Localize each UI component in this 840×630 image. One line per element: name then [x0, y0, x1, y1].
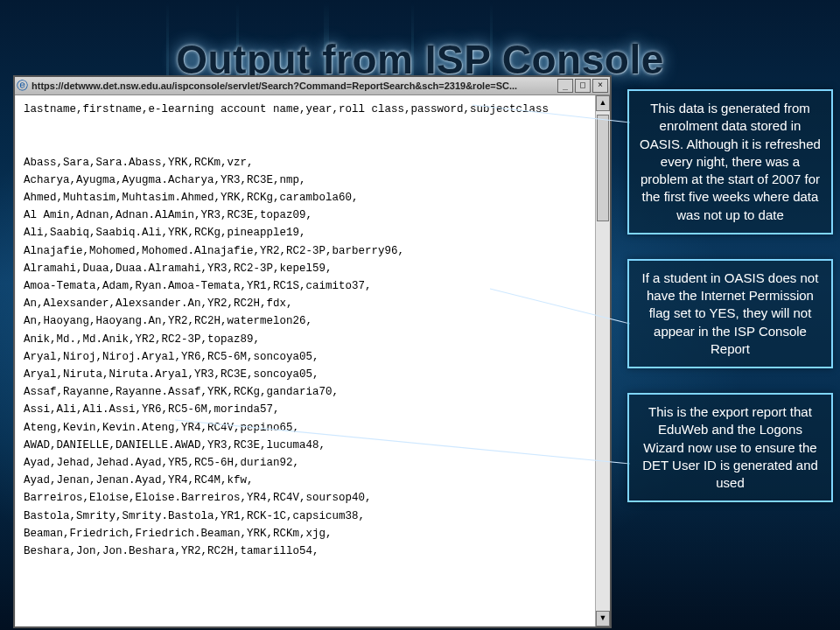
window-buttons: _ □ ×	[557, 79, 608, 93]
minimize-button[interactable]: _	[557, 79, 573, 93]
browser-titlebar: ⓔ https://detwww.det.nsw.edu.au/ispconso…	[15, 77, 610, 95]
browser-window: ⓔ https://detwww.det.nsw.edu.au/ispconso…	[13, 75, 612, 628]
close-button[interactable]: ×	[592, 79, 608, 93]
content-wrap: lastname,firstname,e-learning account na…	[15, 95, 610, 626]
note-export-report: This is the export report that EduWeb an…	[627, 393, 833, 502]
address-text: https://detwww.det.nsw.edu.au/ispconsole…	[32, 80, 554, 91]
scroll-thumb[interactable]	[597, 115, 609, 221]
scroll-down-button[interactable]: ▼	[596, 611, 610, 626]
ie-icon: ⓔ	[17, 78, 28, 94]
maximize-button[interactable]: □	[575, 79, 591, 93]
note-internet-permission: If a student in OASIS does not have the …	[627, 259, 833, 368]
scroll-up-button[interactable]: ▲	[596, 95, 610, 111]
scroll-track[interactable]	[596, 111, 610, 611]
note-oasis-refresh: This data is generated from enrolment da…	[627, 89, 833, 234]
report-text: lastname,firstname,e-learning account na…	[15, 95, 595, 626]
callouts: This data is generated from enrolment da…	[627, 89, 833, 502]
scrollbar[interactable]: ▲ ▼	[595, 95, 610, 626]
